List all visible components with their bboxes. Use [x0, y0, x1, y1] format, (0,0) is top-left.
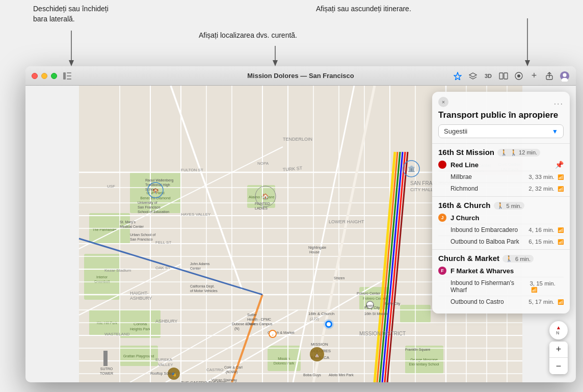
- svg-point-171: [327, 322, 331, 326]
- svg-text:THE CASTRO THEATRE: THE CASTRO THEATRE: [181, 380, 227, 382]
- share-icon[interactable]: [544, 71, 554, 81]
- svg-text:Dolores Park: Dolores Park: [274, 361, 295, 365]
- toolbar-right: 3D +: [453, 71, 570, 81]
- transit-section-2: 16th & Church 🚶 5 min. J J Church Inboun…: [432, 196, 570, 249]
- svg-text:Alioto Mini Park: Alioto Mini Park: [329, 373, 354, 377]
- svg-rect-10: [499, 73, 503, 79]
- annotation-left: Deschideți sau închideți bara laterală.: [33, 4, 109, 24]
- svg-text:Potrero Center: Potrero Center: [357, 292, 381, 295]
- sidebar-toggle-icon[interactable]: [62, 71, 72, 81]
- svg-text:Health - CPMC: Health - CPMC: [247, 318, 271, 321]
- time-balboa: 6, 15 min. 📶: [528, 239, 564, 245]
- svg-text:CASTRO: CASTRO: [206, 368, 223, 372]
- svg-text:CITY HALL: CITY HALL: [410, 187, 433, 192]
- svg-text:John Adams: John Adams: [190, 262, 210, 266]
- signal-icon-4: 📶: [558, 239, 564, 245]
- walk-time-1: 🚶 🚶 12 min.: [497, 149, 540, 156]
- svg-text:USF: USF: [107, 184, 115, 189]
- traffic-lights: [32, 73, 57, 79]
- panel-more-button[interactable]: ...: [554, 97, 564, 107]
- panel-close-button[interactable]: ×: [438, 97, 448, 107]
- minimize-button[interactable]: [41, 73, 47, 79]
- svg-text:TENDERLOIN: TENDERLOIN: [283, 137, 312, 142]
- destination-millbrae: Millbrae: [450, 173, 472, 180]
- svg-text:Shizen: Shizen: [334, 276, 345, 280]
- svg-text:of Motor Vehicles: of Motor Vehicles: [190, 289, 218, 293]
- location-icon[interactable]: [453, 71, 463, 81]
- svg-text:(N): (N): [234, 327, 240, 331]
- zoom-in-button[interactable]: +: [549, 342, 568, 358]
- signal-icon-5: 📶: [531, 287, 537, 293]
- signal-icon: 📶: [558, 174, 564, 180]
- panel-content[interactable]: 16th St Mission 🚶 🚶 12 min. Red Line 📌 M…: [432, 143, 570, 313]
- svg-text:University of: University of: [138, 201, 157, 205]
- destination-fishermans: Inbound to Fisherman's Wharf: [450, 279, 529, 294]
- svg-text:FELL ST: FELL ST: [155, 240, 171, 245]
- chevron-down-icon: ▼: [552, 128, 558, 135]
- svg-text:ASHBURY: ASHBURY: [155, 319, 177, 324]
- svg-text:Kezar Stadium: Kezar Stadium: [104, 268, 131, 273]
- panel-dropdown[interactable]: Sugestii ▼: [438, 124, 564, 138]
- 3d-icon[interactable]: 3D: [483, 71, 493, 81]
- profile-icon[interactable]: [560, 71, 570, 81]
- svg-text:Interior: Interior: [96, 275, 108, 279]
- transit-line-fmarket: F F Market & Wharves: [438, 264, 564, 277]
- annotation-right: Afișați sau ascundeți itinerare.: [316, 4, 411, 14]
- route-embarcadero: Inbound to Embarcadero 4, 16 min. 📶: [438, 224, 564, 236]
- svg-text:🏛️: 🏛️: [408, 165, 415, 172]
- svg-text:16th St Mission: 16th St Mission: [364, 312, 389, 316]
- signal-icon-2: 📶: [558, 186, 564, 192]
- transit-panel: × ... Transport public în apropiere Suge…: [432, 92, 570, 313]
- time-embarcadero: 4, 16 min. 📶: [528, 227, 564, 233]
- svg-text:San Francisco: San Francisco: [130, 238, 153, 241]
- svg-text:WASTELAND: WASTELAND: [104, 332, 130, 336]
- destination-balboa: Outbound to Balboa Park: [450, 238, 519, 245]
- destination-castro: Outbound to Castro: [450, 298, 504, 305]
- maximize-button[interactable]: [51, 73, 57, 79]
- map-layers-icon[interactable]: [468, 71, 478, 81]
- svg-rect-8: [67, 75, 71, 76]
- svg-text:HAYES VALLEY: HAYES VALLEY: [181, 212, 211, 217]
- svg-text:Elementary School: Elementary School: [409, 362, 439, 367]
- transit-icon[interactable]: [514, 71, 524, 81]
- svg-text:Medical Center: Medical Center: [120, 225, 144, 228]
- svg-text:(N,NW): (N,NW): [226, 370, 237, 374]
- svg-text:🏫: 🏫: [152, 187, 159, 194]
- add-icon[interactable]: +: [529, 71, 539, 81]
- map-container[interactable]: The Panhandle Interior Greenbelt Kite Hi…: [25, 86, 576, 382]
- destination-embarcadero: Inbound to Embarcadero: [450, 226, 518, 233]
- map-controls: ▲ N + −: [549, 321, 568, 374]
- map-type-icon[interactable]: [498, 71, 509, 81]
- time-richmond: 2, 32 min. 📶: [528, 186, 564, 192]
- line-dot-j: J: [438, 214, 446, 222]
- svg-rect-9: [67, 79, 71, 80]
- walk-time-2: 🚶 5 min.: [494, 202, 525, 210]
- dropdown-value: Sugestii: [444, 127, 467, 135]
- line-dot-red: [438, 161, 446, 169]
- panel-title: Transport public în apropiere: [432, 110, 570, 124]
- time-millbrae: 3, 33 min. 📶: [528, 174, 564, 180]
- panel-header: × ...: [432, 92, 570, 110]
- transit-section-3: Church & Market 🚶 6 min. F F Market & Wh…: [432, 249, 570, 313]
- svg-rect-7: [67, 72, 71, 73]
- svg-text:FULTON ST: FULTON ST: [181, 168, 203, 172]
- svg-text:Cole & Carl: Cole & Carl: [224, 365, 243, 369]
- signal-icon-6: 📶: [558, 299, 564, 305]
- signal-icon-3: 📶: [558, 227, 564, 233]
- svg-text:Party City: Party City: [385, 302, 401, 306]
- svg-text:St. Mary's: St. Mary's: [120, 220, 136, 224]
- compass-button[interactable]: ▲ N: [549, 321, 568, 339]
- svg-text:(J,22): (J,22): [310, 317, 319, 321]
- svg-text:OAK ST: OAK ST: [155, 266, 170, 270]
- svg-text:HAIGHT-: HAIGHT-: [130, 291, 149, 296]
- svg-marker-5: [525, 60, 530, 66]
- close-button[interactable]: [32, 73, 38, 79]
- svg-text:Nightingale: Nightingale: [308, 246, 326, 250]
- svg-text:MISSION DISTRICT: MISSION DISTRICT: [359, 331, 406, 336]
- zoom-out-button[interactable]: −: [549, 358, 568, 374]
- svg-text:ASHBURY: ASHBURY: [130, 296, 152, 301]
- svg-text:Sutter: Sutter: [247, 313, 257, 317]
- titlebar: Mission Dolores — San Francisco 3D: [25, 66, 576, 86]
- svg-point-16: [563, 73, 566, 76]
- svg-text:San Francisco: San Francisco: [138, 205, 161, 209]
